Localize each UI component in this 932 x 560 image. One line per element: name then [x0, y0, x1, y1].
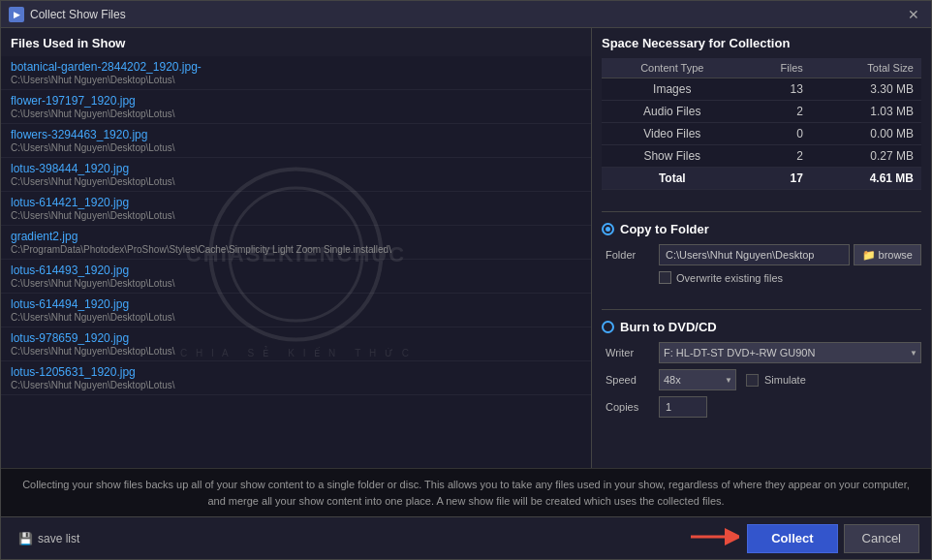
file-path: C:\Users\Nhut Nguyen\Desktop\Lotus\	[11, 75, 581, 85]
list-item[interactable]: lotus-398444_1920.jpgC:\Users\Nhut Nguye…	[1, 158, 591, 192]
speed-select-wrapper[interactable]: 48x	[659, 369, 736, 390]
cell-type: Show Files	[602, 145, 743, 168]
writer-row: Writer F: HL-DT-ST DVD+-RW GU90N	[602, 342, 921, 363]
file-path: C:\Users\Nhut Nguyen\Desktop\Lotus\	[11, 346, 581, 357]
main-content: Files Used in Show CHIASEKIENCHUC C H I …	[1, 28, 931, 468]
burn-dvd-radio[interactable]	[602, 321, 614, 333]
file-name: lotus-614493_1920.jpg	[11, 264, 581, 277]
copies-row: Copies	[602, 396, 921, 418]
simulate-label: Simulate	[764, 374, 806, 386]
cell-type: Audio Files	[602, 101, 743, 123]
copy-to-folder-section: Copy to Folder Folder 📁 browse Overwrite…	[602, 222, 921, 290]
overwrite-row: Overwrite existing files	[602, 271, 921, 284]
list-item[interactable]: lotus-614421_1920.jpgC:\Users\Nhut Nguye…	[1, 192, 591, 226]
cell-size: 1.03 MB	[811, 101, 921, 123]
title-bar-text: Collect Show Files	[30, 8, 904, 21]
speed-row: Speed 48x Simulate	[602, 369, 921, 390]
file-path: C:\ProgramData\Photodex\ProShow\Styles\C…	[11, 244, 581, 255]
cell-type: Video Files	[602, 123, 743, 145]
save-list-label: save list	[38, 532, 79, 545]
overwrite-checkbox[interactable]	[659, 271, 671, 284]
file-path: C:\Users\Nhut Nguyen\Desktop\Lotus\	[11, 142, 581, 153]
space-section-title: Space Necessary for Collection	[602, 36, 921, 50]
folder-input[interactable]	[659, 244, 850, 265]
space-table: Content Type Files Total Size Images133.…	[602, 58, 921, 190]
table-row: Show Files20.27 MB	[602, 145, 921, 168]
copies-input[interactable]	[659, 396, 707, 418]
table-row: Audio Files21.03 MB	[602, 101, 921, 123]
writer-label: Writer	[606, 347, 659, 358]
burn-dvd-header[interactable]: Burn to DVD/CD	[602, 320, 921, 334]
file-path: C:\Users\Nhut Nguyen\Desktop\Lotus\	[11, 176, 581, 187]
file-path: C:\Users\Nhut Nguyen\Desktop\Lotus\	[11, 312, 581, 323]
copies-label: Copies	[606, 401, 659, 413]
writer-select-wrapper[interactable]: F: HL-DT-ST DVD+-RW GU90N	[659, 342, 921, 363]
list-item[interactable]: lotus-1205631_1920.jpgC:\Users\Nhut Nguy…	[1, 361, 591, 395]
cell-files: 2	[743, 101, 811, 123]
right-panel: Space Necessary for Collection Content T…	[592, 28, 931, 468]
cell-files: 13	[743, 78, 811, 101]
divider-1	[602, 211, 921, 212]
list-item[interactable]: lotus-614494_1920.jpgC:\Users\Nhut Nguye…	[1, 294, 591, 327]
browse-label: browse	[879, 249, 913, 261]
dialog-collect-show-files: ▶ Collect Show Files ✕ Files Used in Sho…	[0, 0, 932, 560]
folder-row: Folder 📁 browse	[602, 244, 921, 265]
browse-button[interactable]: 📁 browse	[854, 244, 921, 265]
simulate-row: Simulate	[746, 374, 806, 387]
cell-total-files: 17	[743, 168, 811, 190]
file-name: gradient2.jpg	[11, 230, 581, 243]
cell-type: Images	[602, 78, 743, 101]
burn-dvd-label: Burn to DVD/CD	[620, 320, 717, 334]
file-name: lotus-614494_1920.jpg	[11, 297, 581, 311]
copy-to-folder-header[interactable]: Copy to Folder	[602, 222, 921, 236]
folder-icon: 📁	[862, 249, 876, 262]
info-text-1: Collecting your show files backs up all …	[15, 477, 917, 493]
overwrite-label: Overwrite existing files	[676, 272, 783, 284]
copy-to-folder-radio[interactable]	[602, 223, 614, 235]
file-name: botanical-garden-2844202_1920.jpg-	[11, 60, 581, 74]
file-path: C:\Users\Nhut Nguyen\Desktop\Lotus\	[11, 380, 581, 390]
save-list-button[interactable]: 💾 save list	[13, 528, 85, 549]
file-name: flowers-3294463_1920.jpg	[11, 128, 581, 141]
speed-select[interactable]: 48x	[659, 369, 736, 390]
bottom-bar: 💾 save list Collect Cancel	[1, 516, 931, 559]
cell-size: 0.00 MB	[811, 123, 921, 145]
simulate-checkbox[interactable]	[746, 374, 759, 387]
info-bar: Collecting your show files backs up all …	[1, 468, 931, 516]
info-text-2: and merge all your show content into one…	[15, 493, 917, 510]
cancel-button[interactable]: Cancel	[844, 524, 919, 553]
col-header-type: Content Type	[602, 58, 743, 78]
arrow-indicator	[691, 527, 739, 549]
file-name: lotus-398444_1920.jpg	[11, 162, 581, 175]
file-name: flower-197197_1920.jpg	[11, 94, 581, 108]
col-header-files: Files	[743, 58, 811, 78]
cell-size: 3.30 MB	[811, 78, 921, 101]
title-bar: ▶ Collect Show Files ✕	[1, 1, 931, 28]
writer-select[interactable]: F: HL-DT-ST DVD+-RW GU90N	[659, 342, 921, 363]
file-name: lotus-614421_1920.jpg	[11, 196, 581, 209]
speed-label: Speed	[606, 374, 659, 386]
close-button[interactable]: ✕	[904, 5, 923, 24]
copy-to-folder-label: Copy to Folder	[620, 222, 709, 236]
cell-size: 0.27 MB	[811, 145, 921, 168]
divider-2	[602, 309, 921, 310]
file-list-container[interactable]: CHIASEKIENCHUC C H I A S Ẻ K I Ế N T H Ứ…	[1, 56, 591, 468]
file-path: C:\Users\Nhut Nguyen\Desktop\Lotus\	[11, 109, 581, 119]
cell-files: 2	[743, 145, 811, 168]
file-path: C:\Users\Nhut Nguyen\Desktop\Lotus\	[11, 278, 581, 289]
list-item[interactable]: lotus-614493_1920.jpgC:\Users\Nhut Nguye…	[1, 260, 591, 294]
list-item[interactable]: flowers-3294463_1920.jpgC:\Users\Nhut Ng…	[1, 124, 591, 158]
table-row: Images133.30 MB	[602, 78, 921, 101]
table-row-total: Total174.61 MB	[602, 168, 921, 190]
save-icon: 💾	[18, 532, 33, 545]
file-name: lotus-1205631_1920.jpg	[11, 365, 581, 379]
list-item[interactable]: lotus-978659_1920.jpgC:\Users\Nhut Nguye…	[1, 327, 591, 361]
list-item[interactable]: gradient2.jpgC:\ProgramData\Photodex\Pro…	[1, 226, 591, 260]
col-header-size: Total Size	[811, 58, 921, 78]
list-item[interactable]: flower-197197_1920.jpgC:\Users\Nhut Nguy…	[1, 90, 591, 124]
burn-dvd-section: Burn to DVD/CD Writer F: HL-DT-ST DVD+-R…	[602, 320, 921, 423]
list-item[interactable]: botanical-garden-2844202_1920.jpg-C:\Use…	[1, 56, 591, 90]
left-panel: Files Used in Show CHIASEKIENCHUC C H I …	[1, 28, 592, 468]
collect-button[interactable]: Collect	[747, 524, 837, 553]
files-section-title: Files Used in Show	[1, 28, 591, 56]
